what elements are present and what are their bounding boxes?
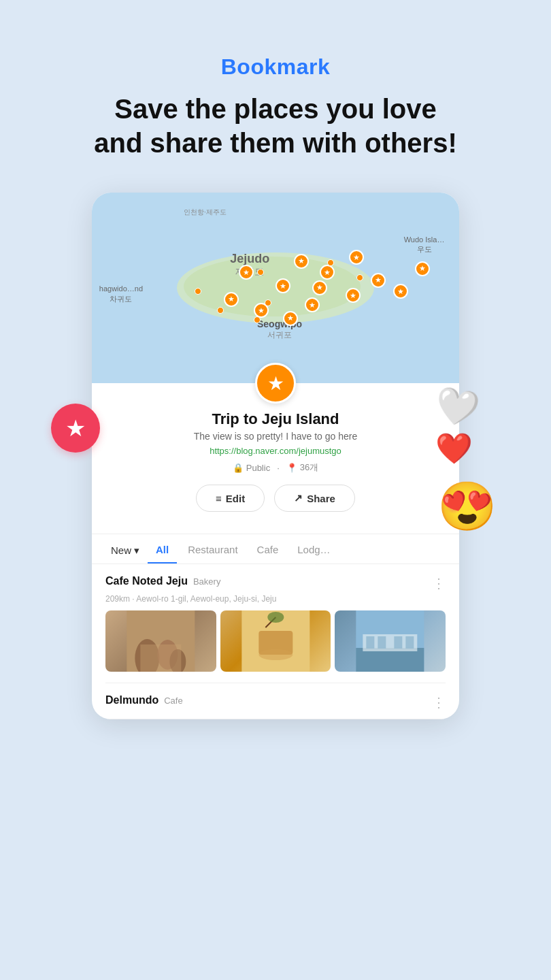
svg-rect-13: [356, 648, 424, 672]
map-view: 인천항·제주도 Wudo Isla… 우도 hagwido…nd 차귀도: [92, 193, 459, 383]
place-header: Cafe Noted Jeju Bakery ⋮: [105, 575, 446, 591]
profile-section: ★ Trip to Jeju Island The view is so pre…: [92, 363, 459, 534]
map-dot: [257, 269, 264, 276]
profile-meta: 🔒 Public · 📍 36개: [108, 461, 443, 474]
map-dot: [217, 307, 224, 314]
profile-title: Trip to Jeju Island: [108, 410, 443, 428]
svg-point-11: [267, 612, 284, 623]
map-pin: ★: [224, 292, 239, 307]
app-card: 인천항·제주도 Wudo Isla… 우도 hagwido…nd 차귀도: [92, 193, 459, 719]
tab-restaurant[interactable]: Restaurant: [180, 544, 246, 564]
deco-heart-outline-icon: 🤍: [432, 383, 483, 431]
page-label: Bookmark: [221, 54, 331, 80]
profile-link[interactable]: https://blog.naver.com/jejumustgo: [108, 446, 443, 456]
edit-button[interactable]: ≡ Edit: [196, 485, 265, 512]
chevron-down-icon: ▾: [134, 544, 139, 557]
map-pin: ★: [371, 273, 386, 288]
place-address: 209km · Aewol-ro 1-gil, Aewol-eup, Jeju-…: [105, 594, 446, 604]
place-photo-1: [105, 610, 216, 672]
tab-cafe[interactable]: Cafe: [249, 544, 287, 564]
svg-rect-16: [378, 636, 386, 649]
map-pin: ★: [349, 250, 364, 265]
place-header: Delmundo Cafe ⋮: [105, 694, 446, 710]
more-icon[interactable]: ⋮: [432, 575, 446, 591]
edit-icon: ≡: [216, 493, 222, 504]
svg-rect-18: [406, 636, 414, 649]
phone-mockup: ★ 🤍 ❤️ 😍 인천항·제주도 Wudo Isla… 우도 hagwido…n…: [92, 193, 459, 719]
place-name-row: Cafe Noted Jeju Bakery: [105, 575, 220, 587]
profile-subtitle: The view is so pretty! I have to go here: [108, 431, 443, 442]
tab-lodging[interactable]: Lodg…: [289, 544, 338, 564]
place-category: Bakery: [193, 576, 220, 587]
map-pin: ★: [276, 278, 290, 293]
map-dot: [265, 299, 271, 306]
list-item: Delmundo Cafe ⋮: [105, 683, 446, 719]
map-dot: [254, 316, 261, 323]
lock-icon: 🔒: [233, 463, 244, 473]
headline: Save the places you love and share them …: [94, 92, 456, 160]
map-label-hagwi: hagwido…nd 차귀도: [99, 284, 143, 304]
place-name: Cafe Noted Jeju: [105, 575, 188, 587]
action-buttons: ≡ Edit ↗ Share: [108, 485, 443, 512]
share-button[interactable]: ↗ Share: [274, 485, 355, 512]
place-photo-2: [220, 610, 331, 672]
deco-star-icon: ★: [65, 414, 86, 442]
svg-rect-15: [367, 636, 375, 649]
map-label-wudo: Wudo Isla… 우도: [404, 235, 445, 255]
map-pin: ★: [312, 280, 327, 295]
profile-avatar-wrap: ★: [108, 363, 443, 404]
map-pin: ★: [294, 254, 309, 269]
place-category: Cafe: [164, 696, 182, 706]
deco-bookmark-circle: ★: [51, 404, 100, 453]
map-pin: ★: [346, 288, 361, 303]
location-icon: 📍: [286, 463, 297, 473]
map-dot: [327, 259, 334, 266]
map-pin: ★: [415, 261, 430, 276]
filter-new[interactable]: New ▾: [105, 544, 145, 564]
place-name-row: Delmundo Cafe: [105, 694, 183, 706]
map-pin: ★: [393, 284, 408, 299]
place-photo-3: [335, 610, 446, 672]
tab-all[interactable]: All: [148, 544, 177, 564]
more-icon[interactable]: ⋮: [432, 694, 446, 710]
list-item: Cafe Noted Jeju Bakery ⋮ 209km · Aewol-r…: [105, 564, 446, 683]
filter-tabs: New ▾ All Restaurant Cafe Lodg…: [92, 534, 459, 564]
place-name: Delmundo: [105, 694, 158, 706]
places-meta: 📍 36개: [286, 461, 318, 474]
profile-avatar: ★: [255, 363, 296, 404]
visibility-meta: 🔒 Public: [233, 463, 270, 473]
share-icon: ↗: [294, 492, 303, 504]
svg-rect-17: [395, 636, 403, 649]
place-photos: [105, 610, 446, 672]
map-label-incheon: 인천항·제주도: [184, 208, 227, 217]
deco-heart-solid-icon: ❤️: [435, 431, 473, 466]
place-list: Cafe Noted Jeju Bakery ⋮ 209km · Aewol-r…: [92, 564, 459, 719]
deco-emoji-icon: 😍: [437, 478, 497, 534]
svg-point-1: [184, 257, 361, 316]
svg-rect-6: [140, 644, 181, 672]
map-pin: ★: [283, 311, 298, 326]
svg-point-9: [258, 649, 293, 660]
avatar-star-icon: ★: [267, 372, 284, 395]
